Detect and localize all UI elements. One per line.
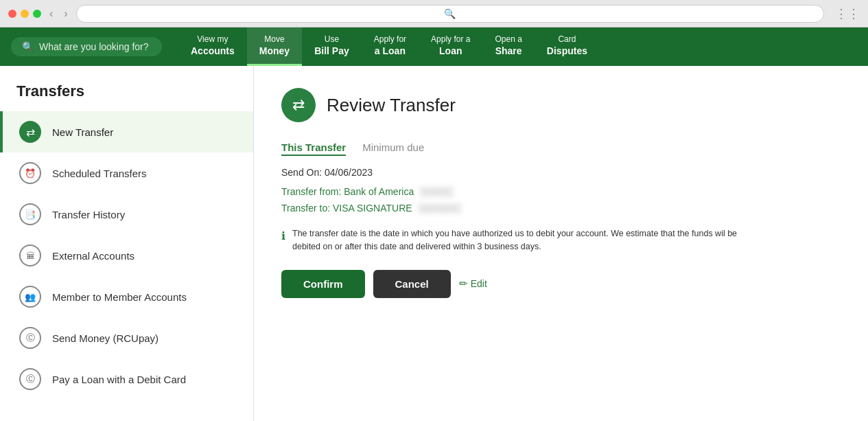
info-icon: ℹ bbox=[281, 228, 285, 244]
nav-card-disputes[interactable]: Card Disputes bbox=[535, 27, 600, 66]
forward-button[interactable]: › bbox=[61, 6, 70, 21]
edit-label: Edit bbox=[471, 278, 487, 289]
tab-minimum-due[interactable]: Minimum due bbox=[362, 141, 424, 156]
action-buttons: Confirm Cancel ✏ Edit bbox=[281, 270, 841, 298]
url-bar[interactable]: 🔍 bbox=[76, 5, 824, 23]
nav-open-share[interactable]: Open a Share bbox=[482, 27, 534, 66]
sidebar-item-transfer-history[interactable]: 📑 Transfer History bbox=[0, 194, 253, 235]
transfer-from-row: Transfer from: Bank of America •••••• bbox=[281, 186, 841, 197]
nav-apply-loan2[interactable]: Apply for a Loan bbox=[419, 27, 482, 66]
nav-bill-pay[interactable]: Use Bill Pay bbox=[302, 27, 362, 66]
send-on-label: Send On: bbox=[281, 167, 322, 178]
search-icon: 🔍 bbox=[22, 41, 34, 52]
page-title: Review Transfer bbox=[327, 95, 456, 116]
page-icon: ⇄ bbox=[281, 88, 316, 122]
back-button[interactable]: ‹ bbox=[47, 6, 56, 21]
transfer-tabs: This Transfer Minimum due bbox=[281, 141, 841, 156]
sidebar-item-send-money[interactable]: Ⓒ Send Money (RCUpay) bbox=[0, 317, 253, 359]
nav-items: View my Accounts Move Money Use Bill Pay… bbox=[178, 27, 600, 66]
sidebar-item-label: External Accounts bbox=[52, 250, 134, 262]
tab-this-transfer[interactable]: This Transfer bbox=[281, 141, 346, 156]
fullscreen-traffic-light[interactable] bbox=[33, 10, 41, 18]
edit-button[interactable]: ✏ Edit bbox=[459, 277, 487, 290]
content-area: ⇄ Review Transfer This Transfer Minimum … bbox=[254, 66, 868, 421]
traffic-lights bbox=[8, 10, 41, 18]
sidebar-item-label: Member to Member Accounts bbox=[52, 291, 187, 303]
confirm-button[interactable]: Confirm bbox=[281, 270, 365, 298]
top-nav: 🔍 What are you looking for? View my Acco… bbox=[0, 27, 868, 66]
transfer-to-account: •••••••• bbox=[418, 203, 462, 214]
new-transfer-icon: ⇄ bbox=[19, 121, 41, 143]
sidebar-item-scheduled-transfers[interactable]: ⏰ Scheduled Transfers bbox=[0, 152, 253, 194]
pay-loan-icon: Ⓒ bbox=[19, 368, 41, 390]
transfer-from-label: Transfer from: Bank of America bbox=[281, 186, 414, 197]
sidebar-item-new-transfer[interactable]: ⇄ New Transfer bbox=[0, 111, 253, 152]
transfer-to-label: Transfer to: VISA SIGNATURE bbox=[281, 203, 412, 214]
external-accounts-icon: 🏛 bbox=[19, 244, 41, 266]
cancel-button[interactable]: Cancel bbox=[373, 270, 451, 298]
send-money-icon: Ⓒ bbox=[19, 327, 41, 349]
menu-icon: ⋮⋮ bbox=[835, 6, 860, 21]
sidebar-title: Transfers bbox=[0, 77, 253, 111]
info-box: ℹ The transfer date is the date in which… bbox=[281, 227, 748, 253]
transfer-from-account: •••••• bbox=[419, 186, 454, 198]
sidebar-item-label: Send Money (RCUpay) bbox=[52, 332, 159, 344]
search-icon: 🔍 bbox=[444, 8, 456, 19]
info-text: The transfer date is the date in which y… bbox=[292, 227, 748, 253]
close-traffic-light[interactable] bbox=[8, 10, 16, 18]
sidebar-item-label: New Transfer bbox=[52, 126, 113, 138]
send-on-row: Send On: 04/06/2023 bbox=[281, 167, 841, 178]
main-layout: Transfers ⇄ New Transfer ⏰ Scheduled Tra… bbox=[0, 66, 868, 421]
nav-move-money[interactable]: Move Money bbox=[247, 27, 302, 66]
pencil-icon: ✏ bbox=[459, 277, 468, 290]
member-to-member-icon: 👥 bbox=[19, 286, 41, 308]
sidebar-item-label: Transfer History bbox=[52, 209, 125, 220]
sidebar-item-label: Scheduled Transfers bbox=[52, 168, 147, 179]
transfer-history-icon: 📑 bbox=[19, 203, 41, 225]
sidebar: Transfers ⇄ New Transfer ⏰ Scheduled Tra… bbox=[0, 66, 254, 421]
send-on-date: 04/06/2023 bbox=[325, 167, 373, 178]
sidebar-item-external-accounts[interactable]: 🏛 External Accounts bbox=[0, 235, 253, 276]
nav-apply-loan[interactable]: Apply for a Loan bbox=[362, 27, 419, 66]
sidebar-item-label: Pay a Loan with a Debit Card bbox=[52, 374, 186, 385]
search-placeholder: What are you looking for? bbox=[39, 41, 149, 52]
global-search[interactable]: 🔍 What are you looking for? bbox=[11, 37, 162, 56]
transfer-to-row: Transfer to: VISA SIGNATURE •••••••• bbox=[281, 203, 841, 214]
sidebar-item-member-to-member[interactable]: 👥 Member to Member Accounts bbox=[0, 276, 253, 317]
scheduled-transfers-icon: ⏰ bbox=[19, 162, 41, 184]
minimize-traffic-light[interactable] bbox=[21, 10, 29, 18]
sidebar-item-pay-loan[interactable]: Ⓒ Pay a Loan with a Debit Card bbox=[0, 359, 253, 400]
browser-chrome: ‹ › 🔍 ⋮⋮ bbox=[0, 0, 868, 27]
page-header: ⇄ Review Transfer bbox=[281, 88, 841, 122]
nav-view-accounts[interactable]: View my Accounts bbox=[178, 27, 247, 66]
